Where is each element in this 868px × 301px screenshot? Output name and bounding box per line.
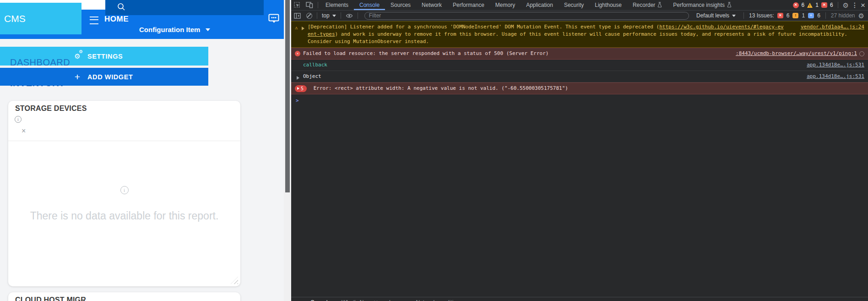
tab-label: Network [422,2,442,8]
chevron-down-icon [732,15,736,17]
warning-count: 1 [815,2,819,8]
deprecation-doc-link-cont[interactable]: ent-types [308,31,335,37]
tab-performance[interactable]: Performance [447,0,490,10]
tab-console[interactable]: Console [354,0,385,10]
drawer-tab-console[interactable]: Console [305,299,336,301]
tab-label: Sources [391,2,411,8]
issues-warning-icon: ! [792,13,798,18]
no-data-message: There is no data available for this repo… [8,210,240,222]
feedback-icon[interactable] [268,14,279,26]
hamburger-menu-icon[interactable] [90,16,98,24]
javascript-context-dropdown[interactable]: top [319,12,339,19]
divider [358,12,358,19]
object-log-row[interactable]: Object app.134d18e….js:531 [291,71,868,82]
warning-count-icon[interactable] [807,3,813,8]
issues-count: 6 [830,2,833,8]
section-dashboard-heading: DASHBOARD [10,57,70,68]
deprecation-warning-row[interactable]: ⚠ [Deprecation] Listener added for a syn… [291,21,868,48]
drawer-tab-what-s-new[interactable]: What's New✕ [336,299,384,301]
filter-input[interactable] [364,12,689,20]
console-prompt[interactable]: > [291,94,868,106]
deprecation-doc-link[interactable]: https://w3c.github.io/uievents/#legacy-e… [659,24,784,30]
drawer-tab-label: Issues [389,299,405,301]
drawer-tab-network-conditions[interactable]: Network conditions [410,299,467,301]
tab-label: Performance [453,2,484,8]
callback-text: callback [303,62,327,68]
inspect-element-icon[interactable] [291,0,303,10]
drawer-close-icon[interactable]: × [860,299,868,301]
console-toolbar: top Default levels 13 Issues: ✕ 6 ! 1 [291,11,868,21]
issues-count-icon[interactable]: ✕ [821,2,827,8]
expand-triangle-icon [297,87,299,90]
tab-lighthouse[interactable]: Lighthouse [589,0,627,10]
warning-source-link[interactable]: vendor.bfd1aa4….js:24 [801,23,864,31]
close-icon[interactable]: × [22,127,26,135]
devtools-tabs: ElementsConsoleSourcesNetworkPerformance… [320,0,737,10]
log-levels-label: Default levels [696,12,729,19]
divider [825,12,826,19]
chevron-down-icon [332,15,336,17]
repeat-count-badge[interactable]: 5 [295,85,307,92]
search-icon [117,3,125,13]
console-sidebar-icon[interactable] [291,11,304,21]
clear-console-icon[interactable] [304,11,315,21]
network-error-source[interactable]: :8443/ucmdb-browser/…way/urest/v1/ping:1 [736,50,864,57]
error-count-icon[interactable]: ✕ [793,2,799,8]
device-toolbar-icon[interactable] [303,0,316,10]
callback-log-row[interactable]: callback app.134d18e….js:531 [291,60,868,71]
page-scrollbar[interactable] [284,0,291,301]
tab-label: Performance insights [673,2,725,8]
scrollbar-thumb[interactable] [285,0,290,192]
live-expression-eye-icon[interactable] [343,11,356,21]
app-header-corner [264,0,284,10]
tab-sources[interactable]: Sources [385,0,416,10]
devtools-settings-icon[interactable]: ⚙ [843,2,849,9]
issues-error-icon: ✕ [777,13,783,18]
object-source-link[interactable]: app.134d18e….js:531 [807,73,864,80]
tab-label: Security [564,2,584,8]
drawer-kebab-menu-icon[interactable]: ⋮ [291,299,305,301]
tab-security[interactable]: Security [559,0,589,10]
search-bar[interactable] [105,0,264,15]
devtools-tabbar: ElementsConsoleSourcesNetworkPerformance… [291,0,868,11]
configuration-item-dropdown[interactable]: Configuration Item [139,26,210,33]
callback-source-link[interactable]: app.134d18e….js:531 [807,61,864,69]
drawer-tab-issues[interactable]: Issues [384,299,411,301]
log-levels-dropdown[interactable]: Default levels [694,12,738,19]
add-widget-menu-item[interactable]: + ADD WIDGET [0,68,208,86]
object-text: Object [303,73,321,79]
network-error-row[interactable]: ✕ Failed to load resource: the server re… [291,48,868,60]
console-settings-icon[interactable]: ⚙ [858,12,864,19]
devtools-panel: ElementsConsoleSourcesNetworkPerformance… [291,0,868,301]
tab-elements[interactable]: Elements [320,0,354,10]
error-count: 6 [802,2,805,8]
info-icon[interactable]: i [15,116,22,123]
devtools-close-icon[interactable]: × [861,1,865,9]
plus-icon: + [71,72,84,82]
drawer-tabbar: ⋮ ConsoleWhat's New✕IssuesNetwork condit… [291,297,868,301]
cloud-host-widget: CLOUD HOST MIGR [8,292,240,301]
tab-label: Elements [326,2,348,8]
rect-error-row[interactable]: 5 Error: <rect> attribute width: A negat… [291,82,868,94]
devtools-kebab-menu-icon[interactable]: ⋮ [852,2,858,8]
tab-label: Recorder [633,2,655,8]
tab-application[interactable]: Application [521,0,559,10]
divider [317,12,317,19]
issues-summary-label[interactable]: 13 Issues: [749,12,774,19]
resize-grip[interactable] [231,277,238,284]
tab-memory[interactable]: Memory [490,0,521,10]
divider [341,12,341,19]
tab-network[interactable]: Network [416,0,447,10]
home-nav-label[interactable]: HOME [104,15,129,24]
request-initiator-icon[interactable] [859,51,864,56]
cms-logo-label: CMS [4,13,26,24]
expand-triangle-icon[interactable] [302,25,305,33]
expand-triangle-icon[interactable] [297,75,300,82]
cms-logo[interactable]: CMS [0,3,81,34]
hidden-messages-label[interactable]: 27 hidden [831,12,855,19]
issues-warning-count: 1 [802,12,805,19]
warning-line-1: [Deprecation] Listener added for a synch… [308,23,864,31]
tab-performance-insights[interactable]: Performance insights [667,0,737,10]
tab-recorder[interactable]: Recorder [627,0,667,10]
add-widget-label: ADD WIDGET [87,73,133,81]
